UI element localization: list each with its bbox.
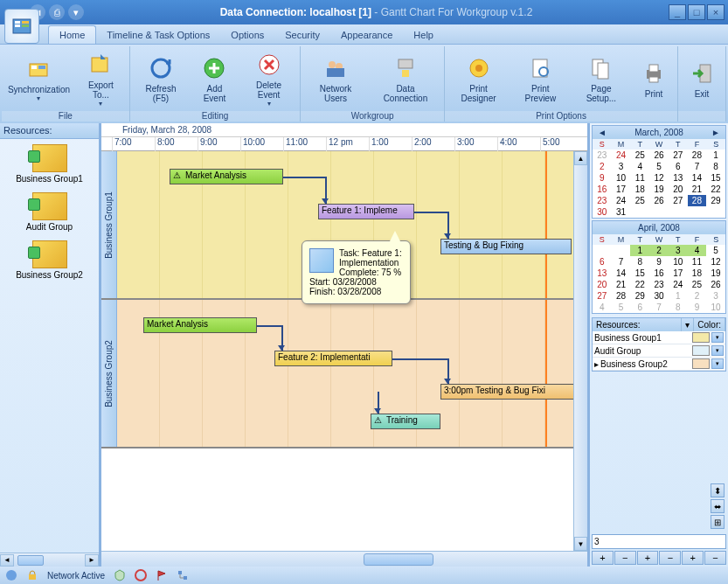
status-tree-icon[interactable] bbox=[177, 569, 189, 581]
cal-day[interactable]: 22 bbox=[706, 184, 725, 195]
cal-day[interactable]: 2 bbox=[688, 290, 707, 302]
cal-day[interactable]: 17 bbox=[612, 184, 631, 195]
cal-day[interactable]: 28 bbox=[688, 195, 707, 206]
resource-item[interactable]: ✓Business Group2 bbox=[5, 240, 94, 280]
cal-day[interactable]: 3 bbox=[612, 161, 631, 172]
zoom-fit-button[interactable]: ⊞ bbox=[711, 515, 725, 529]
tab-appearance[interactable]: Appearance bbox=[330, 26, 403, 44]
res-header-dropdown[interactable]: ▾ bbox=[682, 318, 694, 331]
print-titlebar-icon[interactable]: ⎙ bbox=[49, 4, 65, 20]
task-bar[interactable]: ⚠Training bbox=[371, 414, 440, 429]
cal-day[interactable]: 21 bbox=[688, 184, 707, 195]
status-flag-icon[interactable] bbox=[156, 569, 168, 581]
zoom-up-button[interactable]: ⬍ bbox=[711, 483, 725, 497]
cal-day[interactable] bbox=[593, 245, 612, 256]
delete-event-button[interactable]: Delete Event▾ bbox=[239, 48, 298, 109]
maximize-button[interactable]: □ bbox=[688, 4, 705, 20]
cal-day[interactable] bbox=[612, 245, 631, 256]
cal-day[interactable]: 20 bbox=[593, 279, 612, 290]
cal-day[interactable]: 25 bbox=[688, 279, 707, 290]
print-preview-button[interactable]: Print Preview bbox=[510, 48, 571, 109]
cal-day[interactable]: 23 bbox=[593, 149, 612, 161]
cal-day[interactable]: 2 bbox=[593, 161, 612, 172]
zoom-down-button[interactable]: ⬌ bbox=[711, 499, 725, 513]
close-button[interactable]: × bbox=[707, 4, 725, 20]
tab-security[interactable]: Security bbox=[274, 26, 330, 44]
cal-day[interactable]: 29 bbox=[706, 195, 725, 206]
cal-day[interactable]: 19 bbox=[706, 268, 725, 279]
cal-day[interactable]: 2 bbox=[649, 245, 669, 256]
scroll-left-icon[interactable]: ◄ bbox=[0, 554, 14, 567]
network-users-button[interactable]: Network Users bbox=[302, 48, 369, 109]
cal-day[interactable]: 19 bbox=[649, 184, 669, 195]
cal-day[interactable]: 1 bbox=[669, 290, 688, 302]
cal-day[interactable]: 1 bbox=[630, 245, 649, 256]
resource-color-row[interactable]: Business Group1▾ bbox=[593, 331, 725, 344]
cal-day[interactable]: 12 bbox=[649, 172, 669, 184]
cal-day[interactable]: 20 bbox=[669, 184, 688, 195]
color-dropdown[interactable]: ▾ bbox=[711, 345, 724, 356]
scroll-up-icon[interactable]: ▲ bbox=[574, 151, 587, 165]
cal-prev[interactable]: ◄ bbox=[594, 128, 610, 137]
gantt-vscroll[interactable]: ▲ ▼ bbox=[573, 151, 587, 551]
print-button[interactable]: Print bbox=[632, 48, 676, 109]
resource-item[interactable]: ✓Business Group1 bbox=[5, 144, 94, 184]
res-col-header[interactable]: Resources: bbox=[593, 318, 682, 331]
cal-day[interactable]: 10 bbox=[706, 302, 725, 313]
cal-day[interactable]: 16 bbox=[593, 184, 612, 195]
cal-day[interactable]: 4 bbox=[688, 245, 707, 256]
cal-day[interactable]: 7 bbox=[612, 256, 631, 268]
cal-day[interactable]: 13 bbox=[593, 268, 612, 279]
status-lock[interactable] bbox=[26, 569, 38, 581]
cal-day[interactable]: 24 bbox=[612, 195, 631, 206]
cal-day[interactable]: 6 bbox=[593, 256, 612, 268]
export-button[interactable]: Export To...▾ bbox=[74, 48, 128, 109]
cal-day[interactable]: 18 bbox=[688, 268, 707, 279]
cal-day[interactable]: 25 bbox=[630, 149, 649, 161]
cal-day[interactable]: 6 bbox=[669, 161, 688, 172]
gantt-scroll-thumb[interactable] bbox=[364, 553, 433, 566]
zoom-plus-3[interactable]: + bbox=[682, 551, 704, 565]
cal-day[interactable]: 16 bbox=[649, 268, 669, 279]
cal-day[interactable]: 9 bbox=[649, 256, 669, 268]
cal-day[interactable]: 29 bbox=[630, 290, 649, 302]
color-dropdown[interactable]: ▾ bbox=[711, 332, 724, 343]
cal-day[interactable]: 15 bbox=[706, 172, 725, 184]
resource-color-row[interactable]: Audit Group▾ bbox=[593, 344, 725, 358]
data-connection-button[interactable]: Data Connection bbox=[369, 48, 442, 109]
tab-home[interactable]: Home bbox=[48, 25, 96, 44]
tab-timeline[interactable]: Timeline & Task Options bbox=[96, 26, 220, 44]
status-shield-icon[interactable] bbox=[114, 569, 126, 581]
cal-day[interactable]: 5 bbox=[649, 161, 669, 172]
cal-day[interactable]: 1 bbox=[706, 149, 725, 161]
resources-hscroll[interactable]: ◄ ► bbox=[0, 553, 99, 567]
scroll-down-icon[interactable]: ▼ bbox=[574, 537, 587, 551]
cal-day[interactable]: 25 bbox=[630, 195, 649, 206]
status-orb[interactable] bbox=[5, 569, 17, 581]
scroll-right-icon[interactable]: ► bbox=[85, 554, 99, 567]
cal-day[interactable]: 18 bbox=[630, 184, 649, 195]
color-dropdown[interactable]: ▾ bbox=[711, 358, 724, 369]
cal-day[interactable]: 8 bbox=[706, 161, 725, 172]
task-bar[interactable]: 3:00pm Testing & Bug Fixi bbox=[440, 384, 587, 400]
add-event-button[interactable]: Add Event bbox=[190, 48, 239, 109]
dropdown-titlebar-icon[interactable]: ▾ bbox=[68, 4, 84, 20]
task-bar[interactable]: Market Analysis bbox=[143, 317, 257, 333]
zoom-minus-2[interactable]: − bbox=[659, 551, 681, 565]
task-bar[interactable]: Testing & Bug Fixing bbox=[440, 239, 572, 254]
cal-day[interactable]: 10 bbox=[612, 172, 631, 184]
refresh-button[interactable]: Refresh (F5) bbox=[132, 48, 190, 109]
zoom-plus-2[interactable]: + bbox=[637, 551, 659, 565]
tab-options[interactable]: Options bbox=[220, 26, 274, 44]
cal-day[interactable]: 5 bbox=[706, 245, 725, 256]
cal-day[interactable]: 11 bbox=[630, 172, 649, 184]
task-bar[interactable]: ⚠Market Analysis bbox=[170, 169, 283, 184]
cal-day[interactable]: 28 bbox=[612, 290, 631, 302]
scroll-thumb[interactable] bbox=[17, 555, 44, 566]
status-stop-icon[interactable] bbox=[135, 569, 147, 581]
cal-day[interactable]: 8 bbox=[669, 302, 688, 313]
cal-day[interactable]: 14 bbox=[688, 172, 707, 184]
cal-day[interactable]: 24 bbox=[612, 149, 631, 161]
cal-day[interactable]: 26 bbox=[706, 279, 725, 290]
cal-day[interactable]: 31 bbox=[612, 206, 631, 218]
